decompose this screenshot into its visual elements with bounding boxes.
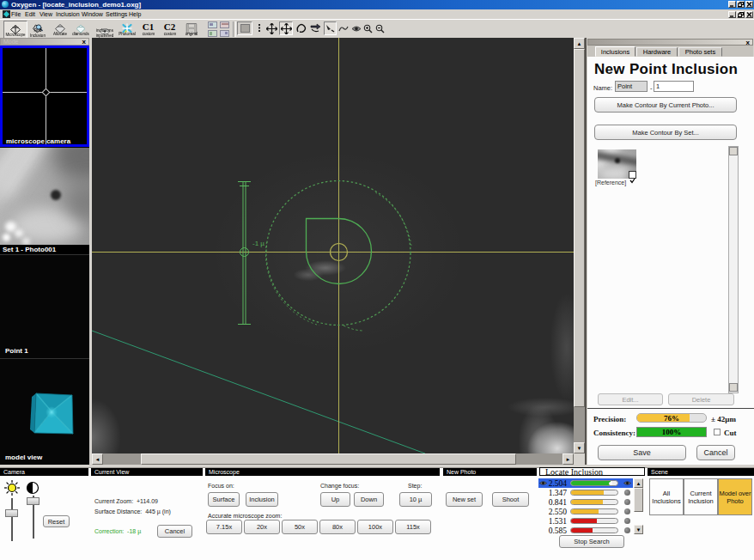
svg-text:-1 µ: -1 µ — [252, 240, 265, 247]
